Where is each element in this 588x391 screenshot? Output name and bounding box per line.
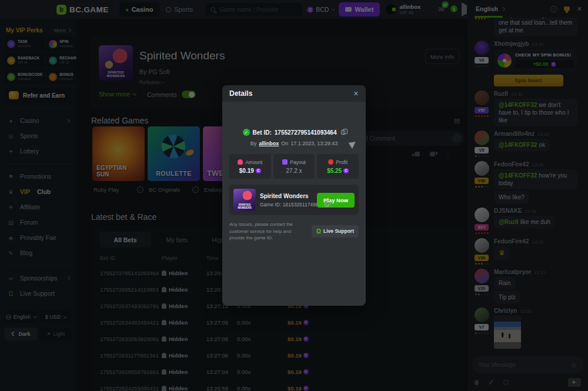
bet-id-value: 1755272795141093464 — [275, 129, 337, 136]
copy-icon[interactable] — [341, 130, 345, 135]
play-now-button[interactable]: Play Now — [317, 193, 355, 208]
game-id: Game ID: 1615325117498... — [260, 202, 323, 208]
support-note: Any issues, please contact the customer … — [229, 221, 307, 242]
profit-icon — [328, 159, 333, 165]
stat-payout: Payout 27.2 x — [273, 154, 315, 179]
bet-stats: Amount $0.19C Payout 27.2 x Profit $5.25… — [229, 154, 359, 179]
stat-profit: Profit $5.25C — [317, 154, 359, 179]
copy-icon[interactable] — [325, 202, 329, 207]
bcd-coin-icon: C — [256, 168, 261, 173]
close-icon[interactable]: ✕ — [353, 90, 359, 98]
game-title: Spirited Wonders — [260, 193, 313, 199]
headset-icon: Ω — [316, 228, 321, 235]
bet-details-modal: Details ✕ ✓ Bet ID: 1755272795141093464 … — [222, 85, 366, 306]
player-link[interactable]: allinbox — [259, 141, 279, 146]
live-support-button[interactable]: Ω Live Support — [312, 225, 359, 238]
amount-icon — [238, 159, 243, 165]
modal-title: Details — [229, 89, 353, 98]
stat-amount: Amount $0.19C — [229, 154, 271, 179]
bet-datetime: 17.1.2023, 13:29:43 — [290, 141, 338, 146]
verified-shield-icon: ✓ — [243, 129, 250, 136]
modal-header: Details ✕ — [222, 85, 366, 102]
payout-icon — [282, 159, 288, 165]
modal-game-card: SPIRITED WONDERS Spirited Wonders Game I… — [229, 185, 359, 215]
bcd-coin-icon: C — [343, 168, 349, 173]
game-thumbnail: SPIRITED WONDERS — [233, 189, 256, 211]
bet-id-label: Bet ID: — [253, 129, 272, 136]
